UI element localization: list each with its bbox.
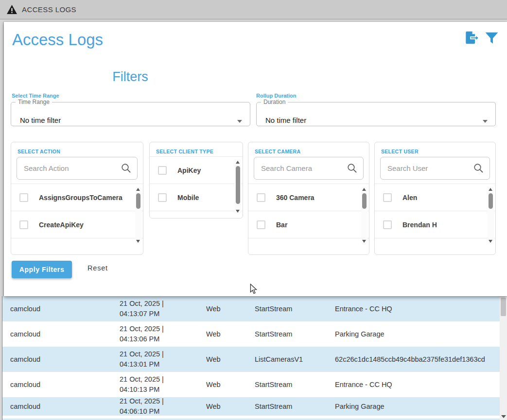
list-item[interactable]: ApiKey — [150, 157, 243, 184]
cell-action: StartStream — [255, 305, 335, 313]
cell-client: Web — [206, 355, 255, 363]
apply-filters-button[interactable]: Apply Filters — [12, 261, 72, 278]
checkbox[interactable] — [257, 193, 265, 202]
cell-client: Web — [206, 403, 255, 410]
scroll-down-icon[interactable] — [362, 240, 366, 243]
checkbox[interactable] — [158, 166, 167, 175]
list-scrollbar[interactable] — [135, 186, 141, 244]
cell-action: StartStream — [255, 403, 335, 410]
list-item[interactable]: 360 Camera — [248, 184, 369, 211]
chevron-down-icon — [483, 120, 488, 123]
cell-user: camcloud — [2, 330, 120, 338]
scroll-up-icon[interactable] — [136, 188, 140, 191]
user-search-input[interactable] — [387, 157, 464, 179]
scroll-up-icon[interactable] — [489, 188, 492, 191]
action-search-field[interactable] — [17, 157, 138, 180]
filters-heading: Filters — [4, 69, 257, 84]
checkbox[interactable] — [383, 193, 392, 202]
filters-panel: Access Logs Filters Select Time Range Ti… — [4, 22, 507, 296]
time-range-label: Select Time Range — [12, 93, 59, 99]
filter-icon[interactable] — [485, 32, 498, 44]
time-range-legend: Time Range — [16, 99, 52, 105]
cell-datetime: 21 Oct, 2025 |04:13:01 PM — [120, 349, 206, 370]
user-option-list: Alen Brendan H — [375, 184, 495, 247]
cell-client: Web — [206, 381, 255, 388]
cell-datetime: 21 Oct, 2025 |04:13:06 PM — [120, 324, 206, 344]
action-option-list: AssignsGroupsToCamera CreateApiKey — [11, 184, 143, 247]
scroll-up-icon[interactable] — [362, 188, 366, 191]
cell-client: Web — [206, 330, 255, 338]
cell-action: StartStream — [255, 330, 335, 338]
cell-user: camcloud — [2, 355, 120, 363]
page-scrollbar[interactable] — [500, 297, 507, 420]
list-item[interactable]: Alen — [375, 184, 495, 211]
camera-search-input[interactable] — [261, 157, 337, 179]
list-item[interactable]: CreateApiKey — [11, 211, 143, 238]
table-row[interactable]: camcloud 21 Oct, 2025 |04:13:01 PM Web L… — [2, 347, 500, 372]
cell-user: camcloud — [2, 403, 120, 410]
search-icon — [473, 163, 484, 173]
select-camera-box: SELECT CAMERA 360 Camera Bar — [248, 142, 369, 255]
cell-target: Parking Garage — [335, 330, 500, 338]
export-icon[interactable] — [464, 31, 479, 45]
scroll-up-icon[interactable] — [236, 161, 240, 164]
search-icon — [347, 163, 357, 173]
list-item[interactable]: AssignsGroupsToCamera — [11, 184, 143, 211]
cell-action: StartStream — [255, 381, 335, 388]
time-range-select[interactable]: Time Range No time filter — [11, 99, 250, 126]
cell-target: Entrance - CC HQ — [335, 305, 500, 313]
select-camera-label: SELECT CAMERA — [255, 149, 369, 154]
reset-button[interactable]: Reset — [87, 264, 108, 272]
cell-user: camcloud — [2, 381, 120, 388]
select-action-label: SELECT ACTION — [17, 149, 143, 154]
cell-datetime: 21 Oct, 2025 |04:10:13 PM — [120, 374, 206, 395]
page-title: ACCESS LOGS — [22, 5, 76, 14]
select-client-type-box: SELECT CLIENT TYPE ApiKey Mobile — [149, 142, 243, 218]
scrollbar-thumb[interactable] — [362, 193, 367, 209]
scroll-down-icon[interactable] — [501, 415, 506, 418]
scroll-down-icon[interactable] — [489, 240, 492, 243]
cell-target: 62c26c1dc1485ccb49c4bba2375fe31def1363cd — [335, 355, 500, 363]
user-search-field[interactable] — [380, 157, 490, 180]
cell-datetime: 21 Oct, 2025 |04:13:07 PM — [120, 299, 206, 319]
table-row[interactable]: camcloud 21 Oct, 2025 |04:13:07 PM Web S… — [2, 296, 500, 321]
select-action-box: SELECT ACTION AssignsGroupsToCamera Crea… — [11, 142, 143, 255]
scrollbar-thumb[interactable] — [236, 166, 240, 204]
client-type-option-list: ApiKey Mobile — [150, 156, 243, 217]
scrollbar-thumb[interactable] — [136, 193, 140, 209]
table-row[interactable]: camcloud 21 Oct, 2025 |04:10:13 PM Web S… — [2, 372, 500, 397]
scroll-down-icon[interactable] — [236, 210, 240, 213]
list-item[interactable]: Mobile — [150, 184, 243, 211]
table-row[interactable]: camcloud 21 Oct, 2025 |04:13:06 PM Web S… — [2, 321, 500, 347]
checkbox[interactable] — [158, 193, 167, 202]
time-range-value: No time filter — [20, 116, 61, 124]
panel-title: Access Logs — [12, 31, 103, 49]
scrollbar-thumb[interactable] — [501, 298, 506, 316]
checkbox[interactable] — [19, 193, 28, 202]
chevron-down-icon — [237, 120, 242, 123]
select-client-type-label: SELECT CLIENT TYPE — [156, 149, 243, 154]
scroll-down-icon[interactable] — [136, 240, 140, 243]
scrollbar-thumb[interactable] — [489, 193, 493, 209]
cell-client: Web — [206, 305, 255, 313]
warning-icon — [6, 4, 17, 15]
mouse-cursor — [249, 284, 259, 294]
cell-datetime: 21 Oct, 2025 |04:06:10 PM — [120, 396, 206, 417]
checkbox[interactable] — [383, 220, 392, 229]
list-scrollbar[interactable] — [235, 159, 241, 214]
checkbox[interactable] — [257, 220, 265, 229]
list-scrollbar[interactable] — [361, 186, 367, 244]
cell-user: camcloud — [2, 305, 120, 313]
camera-option-list: 360 Camera Bar — [248, 184, 369, 247]
list-scrollbar[interactable] — [488, 186, 494, 244]
checkbox[interactable] — [19, 220, 28, 229]
camera-search-field[interactable] — [254, 157, 364, 180]
table-row[interactable]: camcloud 21 Oct, 2025 |04:06:10 PM Web S… — [2, 397, 500, 416]
select-user-label: SELECT USER — [381, 149, 495, 154]
rollup-duration-legend: Duration — [261, 99, 288, 105]
list-item[interactable]: Bar — [248, 211, 369, 238]
rollup-duration-select[interactable]: Duration No time filter — [256, 99, 496, 126]
list-item[interactable]: Brendan H — [375, 211, 495, 238]
action-search-input[interactable] — [24, 157, 108, 179]
top-bar: ACCESS LOGS — [0, 0, 507, 19]
